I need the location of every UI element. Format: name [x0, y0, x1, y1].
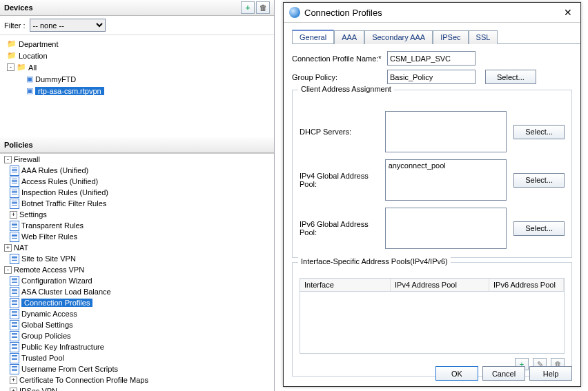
left-pane: Devices + 🗑 Filter : -- none -- 📁Departm…: [0, 0, 275, 391]
devices-header: Devices + 🗑: [0, 0, 274, 16]
device-tree: 📁Department 📁Location -📁All ▣DummyFTD ▣r…: [0, 35, 274, 137]
page-icon: [10, 320, 19, 330]
interface-table[interactable]: Interface IPv4 Address Pool IPv6 Address…: [300, 278, 565, 354]
folder-icon: 📁: [7, 39, 17, 48]
collapse-icon[interactable]: -: [7, 63, 14, 71]
tree-dummyftd[interactable]: ▣DummyFTD: [7, 73, 271, 85]
close-icon[interactable]: ✕: [561, 6, 575, 19]
page-icon: [10, 166, 19, 176]
page-icon: [10, 342, 19, 352]
p-grpp[interactable]: Group Policies: [0, 330, 274, 341]
group-policy-input[interactable]: [387, 70, 476, 84]
policies-header: Policies: [0, 137, 274, 153]
tree-location[interactable]: 📁Location: [7, 50, 271, 61]
collapse-icon[interactable]: -: [4, 156, 12, 163]
page-icon: [10, 177, 19, 187]
select-v4pool-button[interactable]: Select...: [513, 173, 565, 188]
v4pool-box[interactable]: anyconnect_pool: [385, 159, 507, 201]
add-device-icon[interactable]: +: [241, 1, 255, 14]
tab-aaa[interactable]: AAA: [334, 30, 364, 44]
p-c2cp[interactable]: +Certificate To Connection Profile Maps: [0, 374, 274, 385]
tab-secondary-aaa[interactable]: Secondary AAA: [364, 30, 433, 44]
page-icon: [10, 309, 19, 319]
tab-general[interactable]: General: [292, 30, 334, 43]
p-firewall[interactable]: -Firewall: [0, 154, 274, 165]
page-icon: [10, 221, 19, 231]
globe-icon: [289, 7, 300, 18]
v6pool-box[interactable]: [385, 208, 507, 249]
cancel-button[interactable]: Cancel: [482, 366, 525, 381]
p-botnet[interactable]: Botnet Traffic Filter Rules: [0, 198, 274, 209]
page-icon: [10, 276, 19, 286]
page-icon: [10, 298, 19, 308]
conn-name-label: Connection Profile Name:*: [292, 54, 387, 63]
ok-button[interactable]: OK: [435, 366, 478, 381]
device-icon: ▣: [26, 86, 33, 95]
expand-icon[interactable]: +: [4, 244, 12, 252]
dialog-title: Connection Profiles: [304, 8, 561, 18]
devices-title: Devices: [4, 3, 33, 12]
p-cfgwiz[interactable]: Configuration Wizard: [0, 275, 274, 286]
dhcp-box[interactable]: [385, 111, 507, 152]
filter-select[interactable]: -- none --: [30, 19, 106, 32]
collapse-icon[interactable]: -: [4, 266, 12, 274]
p-dyn[interactable]: Dynamic Access: [0, 308, 274, 319]
col-interface: Interface: [300, 279, 391, 291]
p-webf[interactable]: Web Filter Rules: [0, 231, 274, 242]
p-settings[interactable]: +Settings: [0, 209, 274, 220]
expand-icon[interactable]: +: [10, 377, 17, 384]
dialog-titlebar: Connection Profiles ✕: [284, 3, 580, 23]
filter-row: Filter : -- none --: [0, 16, 274, 35]
p-nat[interactable]: +NAT: [0, 242, 274, 253]
v4pool-label: IPv4 Global Address Pool:: [300, 172, 385, 188]
expand-icon[interactable]: +: [10, 388, 17, 392]
folder-icon: 📁: [17, 63, 26, 72]
col-v4pool: IPv4 Address Pool: [391, 279, 489, 291]
p-inspect[interactable]: Inspection Rules (Unified): [0, 187, 274, 198]
p-glob[interactable]: Global Settings: [0, 319, 274, 330]
interface-pools-title: Interface-Specific Address Pools(IPv4/IP…: [298, 257, 451, 265]
page-icon: [10, 364, 19, 374]
tree-rtp[interactable]: ▣rtp-asa-csm.rtpvpn: [7, 85, 271, 97]
filter-label: Filter :: [4, 21, 26, 30]
policies-tree: -Firewall AAA Rules (Unified) Access Rul…: [0, 153, 274, 391]
page-icon: [10, 188, 19, 198]
p-ucert[interactable]: Username From Cert Scripts: [0, 363, 274, 374]
p-access[interactable]: Access Rules (Unified): [0, 176, 274, 187]
help-button[interactable]: Help: [529, 366, 572, 381]
v6pool-label: IPv6 Global Address Pool:: [300, 220, 385, 237]
select-v6pool-button[interactable]: Select...: [513, 221, 565, 236]
device-icon: ▣: [26, 74, 33, 83]
interface-pools-group: Interface-Specific Address Pools(IPv4/IP…: [292, 262, 572, 377]
p-ipsecv[interactable]: +IPSec VPN: [0, 385, 274, 391]
p-aaa[interactable]: AAA Rules (Unified): [0, 165, 274, 176]
folder-icon: 📁: [7, 51, 17, 60]
expand-icon[interactable]: +: [10, 211, 17, 219]
page-icon: [10, 331, 19, 341]
conn-name-input[interactable]: [387, 51, 476, 66]
p-ravpn[interactable]: -Remote Access VPN: [0, 264, 274, 275]
tree-all[interactable]: -📁All: [7, 61, 271, 73]
page-icon: [10, 232, 19, 242]
select-group-policy-button[interactable]: Select...: [485, 70, 536, 84]
page-icon: [10, 353, 19, 363]
client-address-group: Client Address Assignment DHCP Servers: …: [292, 90, 572, 258]
delete-device-icon[interactable]: 🗑: [256, 1, 270, 14]
p-pki[interactable]: Public Key Infrastructure: [0, 341, 274, 352]
p-transp[interactable]: Transparent Rules: [0, 220, 274, 231]
p-trusted[interactable]: Trusted Pool: [0, 352, 274, 363]
tree-department[interactable]: 📁Department: [7, 38, 271, 50]
page-icon: [10, 199, 19, 209]
p-connp[interactable]: Connection Profiles: [0, 297, 274, 308]
select-dhcp-button[interactable]: Select...: [513, 125, 565, 139]
tab-ssl[interactable]: SSL: [469, 30, 498, 44]
p-s2s[interactable]: Site to Site VPN: [0, 253, 274, 264]
col-v6pool: IPv6 Address Pool: [489, 279, 564, 291]
p-asaclb[interactable]: ASA Cluster Load Balance: [0, 286, 274, 297]
tab-ipsec[interactable]: IPSec: [433, 30, 468, 44]
page-icon: [10, 287, 19, 297]
client-address-title: Client Address Assignment: [298, 85, 394, 93]
dhcp-label: DHCP Servers:: [300, 128, 385, 136]
interface-table-header: Interface IPv4 Address Pool IPv6 Address…: [300, 279, 564, 292]
connection-profiles-dialog: Connection Profiles ✕ General AAA Second…: [283, 2, 581, 387]
